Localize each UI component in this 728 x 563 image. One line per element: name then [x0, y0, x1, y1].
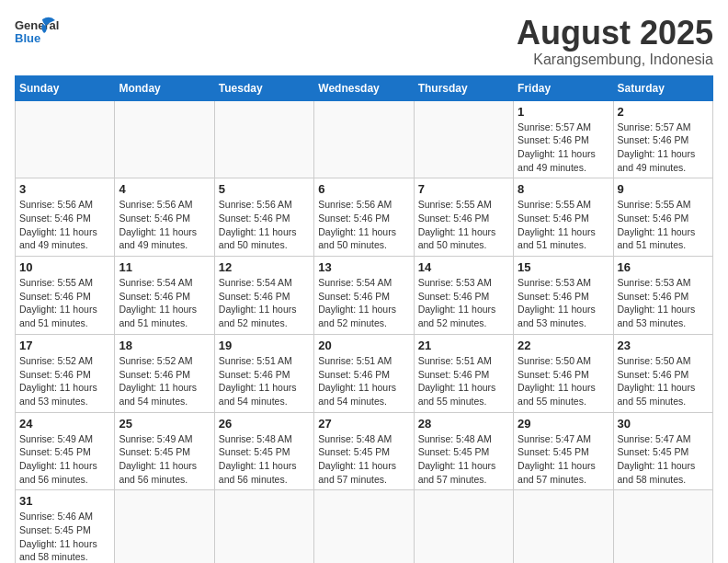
calendar-cell [214, 100, 313, 178]
calendar-cell [514, 490, 613, 563]
day-info: Sunrise: 5:56 AM Sunset: 5:46 PM Dayligh… [219, 198, 310, 252]
day-number: 8 [518, 182, 609, 196]
day-number: 2 [618, 105, 709, 119]
day-info: Sunrise: 5:51 AM Sunset: 5:46 PM Dayligh… [318, 354, 409, 408]
calendar-cell: 19Sunrise: 5:51 AM Sunset: 5:46 PM Dayli… [214, 334, 313, 412]
day-number: 13 [318, 260, 409, 274]
day-info: Sunrise: 5:53 AM Sunset: 5:46 PM Dayligh… [518, 276, 609, 330]
day-number: 24 [19, 417, 110, 431]
calendar-cell [16, 100, 115, 178]
day-info: Sunrise: 5:48 AM Sunset: 5:45 PM Dayligh… [418, 432, 509, 487]
svg-text:Blue: Blue [15, 31, 40, 45]
calendar-cell: 23Sunrise: 5:50 AM Sunset: 5:46 PM Dayli… [613, 334, 712, 412]
calendar-cell [214, 490, 313, 563]
day-info: Sunrise: 5:57 AM Sunset: 5:46 PM Dayligh… [618, 121, 709, 175]
day-info: Sunrise: 5:49 AM Sunset: 5:45 PM Dayligh… [19, 432, 110, 487]
calendar-cell: 24Sunrise: 5:49 AM Sunset: 5:45 PM Dayli… [16, 412, 115, 490]
calendar: SundayMondayTuesdayWednesdayThursdayFrid… [15, 75, 713, 563]
day-header-thursday: Thursday [414, 75, 513, 100]
calendar-cell: 27Sunrise: 5:48 AM Sunset: 5:45 PM Dayli… [314, 412, 414, 490]
calendar-cell: 3Sunrise: 5:56 AM Sunset: 5:46 PM Daylig… [16, 178, 115, 257]
calendar-cell [414, 490, 513, 563]
day-number: 3 [19, 182, 110, 196]
day-info: Sunrise: 5:48 AM Sunset: 5:45 PM Dayligh… [219, 432, 310, 487]
day-number: 18 [119, 339, 210, 352]
day-info: Sunrise: 5:55 AM Sunset: 5:46 PM Dayligh… [19, 276, 110, 330]
calendar-cell: 8Sunrise: 5:55 AM Sunset: 5:46 PM Daylig… [514, 178, 613, 257]
week-row: 1Sunrise: 5:57 AM Sunset: 5:46 PM Daylig… [16, 100, 713, 178]
calendar-cell: 4Sunrise: 5:56 AM Sunset: 5:46 PM Daylig… [115, 178, 214, 257]
day-info: Sunrise: 5:57 AM Sunset: 5:46 PM Dayligh… [518, 121, 609, 175]
header: General Blue August 2025 Karangsembung, … [15, 15, 713, 68]
week-row: 3Sunrise: 5:56 AM Sunset: 5:46 PM Daylig… [16, 178, 713, 257]
day-number: 21 [418, 339, 509, 352]
day-number: 16 [618, 260, 709, 274]
day-info: Sunrise: 5:52 AM Sunset: 5:46 PM Dayligh… [119, 354, 210, 408]
day-header-monday: Monday [115, 75, 214, 100]
day-info: Sunrise: 5:56 AM Sunset: 5:46 PM Dayligh… [19, 198, 110, 252]
day-header-saturday: Saturday [613, 75, 712, 100]
calendar-cell [115, 490, 214, 563]
day-header-wednesday: Wednesday [314, 75, 414, 100]
logo: General Blue [15, 15, 59, 55]
day-info: Sunrise: 5:55 AM Sunset: 5:46 PM Dayligh… [418, 198, 509, 252]
day-number: 15 [518, 260, 609, 274]
day-info: Sunrise: 5:49 AM Sunset: 5:45 PM Dayligh… [119, 432, 210, 487]
day-number: 6 [318, 182, 409, 196]
title-area: August 2025 Karangsembung, Indonesia [517, 15, 713, 68]
calendar-cell: 2Sunrise: 5:57 AM Sunset: 5:46 PM Daylig… [613, 100, 712, 178]
day-info: Sunrise: 5:56 AM Sunset: 5:46 PM Dayligh… [318, 198, 409, 252]
calendar-cell: 6Sunrise: 5:56 AM Sunset: 5:46 PM Daylig… [314, 178, 414, 257]
week-row: 31Sunrise: 5:46 AM Sunset: 5:45 PM Dayli… [16, 490, 713, 563]
day-info: Sunrise: 5:50 AM Sunset: 5:46 PM Dayligh… [518, 354, 609, 408]
calendar-cell: 1Sunrise: 5:57 AM Sunset: 5:46 PM Daylig… [514, 100, 613, 178]
day-info: Sunrise: 5:54 AM Sunset: 5:46 PM Dayligh… [119, 276, 210, 330]
calendar-cell [314, 490, 414, 563]
day-info: Sunrise: 5:54 AM Sunset: 5:46 PM Dayligh… [219, 276, 310, 330]
day-info: Sunrise: 5:53 AM Sunset: 5:46 PM Dayligh… [418, 276, 509, 330]
day-header-sunday: Sunday [16, 75, 115, 100]
calendar-cell: 18Sunrise: 5:52 AM Sunset: 5:46 PM Dayli… [115, 334, 214, 412]
calendar-cell: 7Sunrise: 5:55 AM Sunset: 5:46 PM Daylig… [414, 178, 513, 257]
day-number: 30 [618, 417, 709, 431]
calendar-cell: 29Sunrise: 5:47 AM Sunset: 5:45 PM Dayli… [514, 412, 613, 490]
day-info: Sunrise: 5:53 AM Sunset: 5:46 PM Dayligh… [618, 276, 709, 330]
calendar-cell: 31Sunrise: 5:46 AM Sunset: 5:45 PM Dayli… [16, 490, 115, 563]
calendar-cell: 10Sunrise: 5:55 AM Sunset: 5:46 PM Dayli… [16, 257, 115, 335]
calendar-cell: 17Sunrise: 5:52 AM Sunset: 5:46 PM Dayli… [16, 334, 115, 412]
page-subtitle: Karangsembung, Indonesia [517, 52, 713, 68]
day-number: 7 [418, 182, 509, 196]
week-row: 17Sunrise: 5:52 AM Sunset: 5:46 PM Dayli… [16, 334, 713, 412]
day-info: Sunrise: 5:47 AM Sunset: 5:45 PM Dayligh… [618, 432, 709, 487]
day-number: 19 [219, 339, 310, 352]
day-number: 23 [618, 339, 709, 352]
day-number: 1 [518, 105, 609, 119]
day-number: 28 [418, 417, 509, 431]
day-number: 17 [19, 339, 110, 352]
day-number: 22 [518, 339, 609, 352]
calendar-cell: 22Sunrise: 5:50 AM Sunset: 5:46 PM Dayli… [514, 334, 613, 412]
day-number: 4 [119, 182, 210, 196]
calendar-cell: 12Sunrise: 5:54 AM Sunset: 5:46 PM Dayli… [214, 257, 313, 335]
day-number: 27 [318, 417, 409, 431]
calendar-cell [613, 490, 712, 563]
week-row: 10Sunrise: 5:55 AM Sunset: 5:46 PM Dayli… [16, 257, 713, 335]
page-title: August 2025 [517, 15, 713, 52]
calendar-cell: 14Sunrise: 5:53 AM Sunset: 5:46 PM Dayli… [414, 257, 513, 335]
calendar-cell: 9Sunrise: 5:55 AM Sunset: 5:46 PM Daylig… [613, 178, 712, 257]
day-header-tuesday: Tuesday [214, 75, 313, 100]
calendar-cell: 25Sunrise: 5:49 AM Sunset: 5:45 PM Dayli… [115, 412, 214, 490]
day-number: 11 [119, 260, 210, 274]
logo-icon: General Blue [15, 15, 59, 55]
calendar-cell: 16Sunrise: 5:53 AM Sunset: 5:46 PM Dayli… [613, 257, 712, 335]
calendar-cell [314, 100, 414, 178]
day-info: Sunrise: 5:54 AM Sunset: 5:46 PM Dayligh… [318, 276, 409, 330]
day-number: 29 [518, 417, 609, 431]
day-number: 26 [219, 417, 310, 431]
day-info: Sunrise: 5:56 AM Sunset: 5:46 PM Dayligh… [119, 198, 210, 252]
day-number: 5 [219, 182, 310, 196]
calendar-cell: 28Sunrise: 5:48 AM Sunset: 5:45 PM Dayli… [414, 412, 513, 490]
day-info: Sunrise: 5:55 AM Sunset: 5:46 PM Dayligh… [518, 198, 609, 252]
day-info: Sunrise: 5:51 AM Sunset: 5:46 PM Dayligh… [418, 354, 509, 408]
day-info: Sunrise: 5:47 AM Sunset: 5:45 PM Dayligh… [518, 432, 609, 487]
